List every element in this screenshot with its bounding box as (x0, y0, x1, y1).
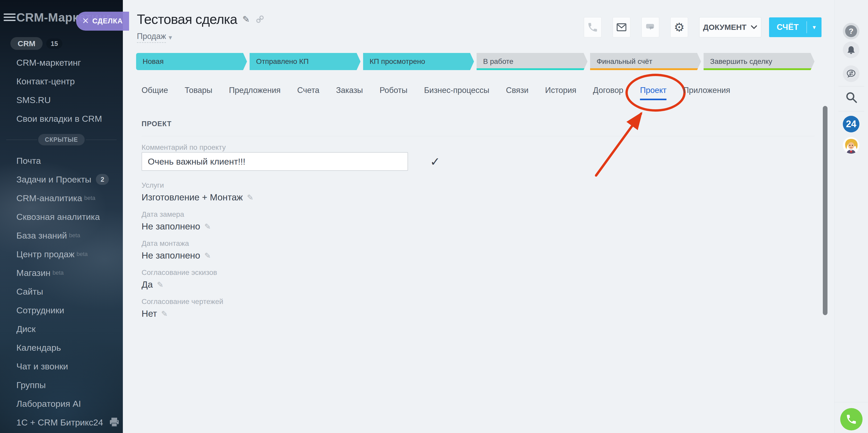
sidebar-item-sotrudniki[interactable]: Сотрудники (17, 301, 123, 320)
bitrix24-counter-badge[interactable]: 24 (843, 116, 860, 132)
menu-toggle-icon[interactable] (4, 13, 16, 23)
sidebar-item-disk[interactable]: Диск (17, 320, 123, 338)
sidebar-item-gruppy[interactable]: Группы (17, 376, 123, 394)
sidebar-item-crm-marketing[interactable]: CRM-маркетинг (17, 53, 123, 72)
beta-tag: beta (84, 195, 95, 201)
stage-finalnyy-schet[interactable]: Финальный счёт (590, 53, 701, 70)
comment-input[interactable] (142, 152, 408, 171)
sidebar-item-label: 1С + CRM Битрикс24 (17, 418, 103, 428)
sidebar-item-magazin[interactable]: Магазинbeta (17, 264, 123, 282)
field-value: Изготовление + Монтаж (142, 192, 243, 202)
rail-divider (835, 402, 868, 402)
messenger-button[interactable] (843, 65, 860, 82)
tab-zakazy[interactable]: Заказы (336, 86, 363, 100)
tab-scheta[interactable]: Счета (297, 86, 319, 100)
chevron-down-icon: ▾ (168, 33, 172, 41)
sidebar-item-laboratoriya-ai[interactable]: Лаборатория AI (17, 394, 123, 413)
right-rail: ? 24 (834, 0, 868, 433)
field-soglasovanie-eskizov: Согласование эскизов Да✎ (142, 268, 253, 290)
sidebar-item-label: CRM-аналитика (17, 193, 82, 203)
tab-istoriya[interactable]: История (545, 86, 576, 100)
sidebar-item-zadachi-proekty[interactable]: Задачи и Проекты2 (17, 170, 123, 189)
sidebar-item-label: Сайты (17, 287, 43, 297)
sidebar-item-baza-znaniy[interactable]: База знанийbeta (17, 226, 123, 245)
deal-breadcrumb-chip[interactable]: × СДЕЛКА (76, 12, 129, 31)
tab-roboty[interactable]: Роботы (379, 86, 407, 100)
document-button[interactable]: ДОКУМЕНТ (699, 17, 761, 37)
search-icon (845, 91, 858, 104)
stage-v-rabote[interactable]: В работе (476, 53, 588, 70)
field-uslugi: Услуги Изготовление + Монтаж✎ (142, 181, 253, 202)
sidebar-item-label: Диск (17, 324, 36, 334)
stage-zavershit-sdelku[interactable]: Завершить сделку (704, 53, 814, 70)
help-button[interactable]: ? (843, 23, 860, 39)
deal-tabs: Общие Товары Предложения Счета Заказы Ро… (142, 86, 730, 100)
field-value: Да (142, 279, 153, 290)
sidebar-item-1c-crm-bitrix24[interactable]: 1С + CRM Битрикс24 (17, 413, 123, 432)
sidebar-item-tsentr-prodazh[interactable]: Центр продажbeta (17, 245, 123, 264)
project-fields: Услуги Изготовление + Монтаж✎ Дата замер… (142, 181, 253, 327)
chat-arrows-icon (846, 69, 856, 79)
edit-icon[interactable]: ✎ (247, 193, 253, 202)
sidebar-item-crm-analitika[interactable]: CRM-аналитикаbeta (17, 189, 123, 207)
edit-icon[interactable]: ✎ (161, 309, 168, 318)
email-button[interactable] (613, 17, 630, 37)
field-data-zamera: Дата замера Не заполнено✎ (142, 210, 253, 232)
call-widget-button[interactable] (840, 408, 863, 430)
tab-predlozheniya[interactable]: Предложения (229, 86, 281, 100)
tab-tovary[interactable]: Товары (185, 86, 213, 100)
copy-link-icon[interactable] (255, 14, 265, 24)
phone-icon (589, 23, 597, 32)
confirm-check-icon[interactable]: ✓ (430, 155, 440, 169)
sidebar-item-label: CRM-маркетинг (17, 58, 81, 68)
tab-label: Проект (640, 86, 666, 95)
page-title: Тестовая сделка (137, 11, 237, 27)
sidebar-item-label: Чат и звонки (17, 361, 68, 371)
tab-dogovor[interactable]: Договор (593, 86, 623, 100)
edit-icon[interactable]: ✎ (205, 251, 211, 260)
chevron-down-icon (751, 25, 757, 30)
invoice-button[interactable]: СЧЁТ ▾ (769, 18, 822, 37)
printer-icon[interactable] (109, 417, 120, 428)
tab-obshchie[interactable]: Общие (142, 86, 168, 100)
hidden-items-label: СКРЫТЫЕ (38, 134, 85, 145)
vertical-scrollbar[interactable] (823, 106, 828, 315)
sidebar-item-sayty[interactable]: Сайты (17, 282, 123, 301)
tab-biznes-protsessy[interactable]: Бизнес-процессы (424, 86, 489, 100)
stage-kp-prosmotreno[interactable]: КП просмотрено (363, 53, 474, 70)
stage-novaya[interactable]: Новая (136, 53, 247, 70)
hidden-items-divider[interactable]: СКРЫТЫЕ (0, 128, 123, 151)
header-actions: ⚙ ДОКУМЕНТ СЧЁТ ▾ (584, 17, 822, 37)
sidebar-item-kontakt-tsentr[interactable]: Контакт-центр (17, 72, 123, 91)
search-button[interactable] (845, 91, 858, 105)
sidebar-item-skvoznaya-analitika[interactable]: Сквозная аналитика (17, 207, 123, 226)
sidebar-item-svoi-vkladki[interactable]: Свои вкладки в CRM (17, 109, 123, 128)
field-value: Не заполнено (142, 250, 200, 261)
edit-title-icon[interactable]: ✎ (242, 14, 250, 24)
chat-button[interactable] (642, 17, 659, 37)
field-label: Услуги (142, 181, 253, 190)
sidebar-item-pochta[interactable]: Почта (17, 151, 123, 170)
pipeline-selector[interactable]: Продаж ▾ (137, 32, 172, 43)
deal-chip-label: СДЕЛКА (92, 17, 123, 25)
tab-proekt[interactable]: Проект (640, 86, 666, 100)
sidebar-item-label: Группы (17, 380, 46, 390)
crm-pill[interactable]: CRM (10, 37, 42, 50)
sidebar-item-sms-ru[interactable]: SMS.RU (17, 91, 123, 109)
sidebar-item-kalendar[interactable]: Календарь (17, 338, 123, 357)
notifications-button[interactable] (843, 41, 860, 58)
sidebar-item-chat-zvonki[interactable]: Чат и звонки (17, 357, 123, 376)
tab-svyazi[interactable]: Связи (506, 86, 529, 100)
call-button[interactable] (584, 17, 601, 37)
user-avatar[interactable] (843, 137, 860, 154)
edit-icon[interactable]: ✎ (157, 280, 163, 289)
settings-button[interactable]: ⚙ (670, 17, 688, 37)
beta-tag: beta (76, 251, 88, 258)
field-data-montazha: Дата монтажа Не заполнено✎ (142, 239, 253, 261)
edit-icon[interactable]: ✎ (205, 222, 211, 231)
stage-otpravleno-kp[interactable]: Отправлено КП (250, 53, 361, 70)
tab-prilozheniya[interactable]: Приложения (683, 86, 730, 100)
chevron-down-icon[interactable]: ▾ (807, 24, 822, 31)
sidebar-item-label: SMS.RU (17, 95, 51, 105)
close-icon[interactable]: × (82, 15, 89, 26)
